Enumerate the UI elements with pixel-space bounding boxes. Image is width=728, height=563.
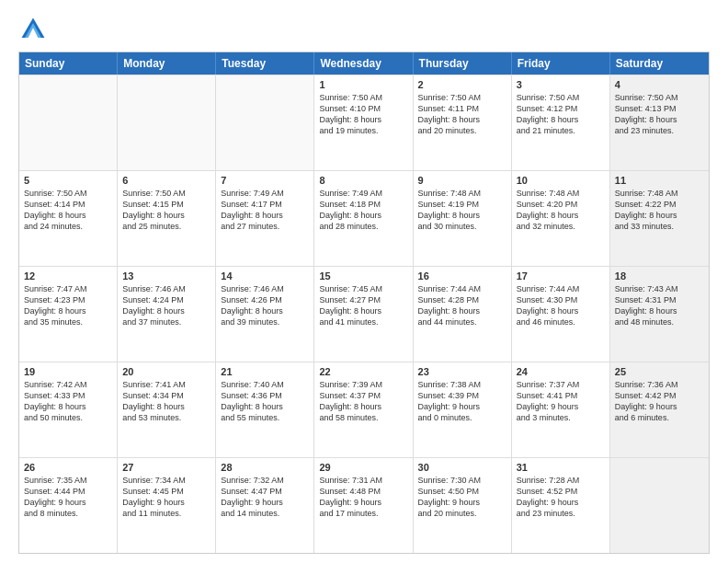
cell-info: Sunrise: 7:34 AM Sunset: 4:45 PM Dayligh… xyxy=(122,475,210,520)
cell-info: Sunrise: 7:30 AM Sunset: 4:50 PM Dayligh… xyxy=(418,475,506,520)
calendar-cell: 9Sunrise: 7:48 AM Sunset: 4:19 PM Daylig… xyxy=(414,171,512,266)
cell-info: Sunrise: 7:48 AM Sunset: 4:22 PM Dayligh… xyxy=(615,188,704,233)
day-number: 6 xyxy=(122,175,210,186)
cell-info: Sunrise: 7:47 AM Sunset: 4:23 PM Dayligh… xyxy=(24,283,112,328)
calendar: SundayMondayTuesdayWednesdayThursdayFrid… xyxy=(18,52,710,554)
cell-info: Sunrise: 7:48 AM Sunset: 4:20 PM Dayligh… xyxy=(517,188,605,233)
calendar-cell: 13Sunrise: 7:46 AM Sunset: 4:24 PM Dayli… xyxy=(118,267,216,362)
cell-info: Sunrise: 7:50 AM Sunset: 4:14 PM Dayligh… xyxy=(24,188,112,233)
day-number: 29 xyxy=(319,462,407,473)
calendar-cell: 11Sunrise: 7:48 AM Sunset: 4:22 PM Dayli… xyxy=(610,171,709,266)
day-number: 4 xyxy=(615,79,704,90)
cell-info: Sunrise: 7:45 AM Sunset: 4:27 PM Dayligh… xyxy=(319,283,407,328)
calendar-body: 1Sunrise: 7:50 AM Sunset: 4:10 PM Daylig… xyxy=(19,75,709,553)
calendar-cell: 18Sunrise: 7:43 AM Sunset: 4:31 PM Dayli… xyxy=(610,267,709,362)
calendar-cell: 25Sunrise: 7:36 AM Sunset: 4:42 PM Dayli… xyxy=(610,362,709,457)
calendar-cell: 19Sunrise: 7:42 AM Sunset: 4:33 PM Dayli… xyxy=(19,362,118,457)
day-number: 8 xyxy=(319,175,407,186)
calendar-cell: 14Sunrise: 7:46 AM Sunset: 4:26 PM Dayli… xyxy=(216,267,314,362)
calendar-cell: 3Sunrise: 7:50 AM Sunset: 4:12 PM Daylig… xyxy=(512,75,610,170)
cell-info: Sunrise: 7:35 AM Sunset: 4:44 PM Dayligh… xyxy=(24,475,112,520)
header-day-tuesday: Tuesday xyxy=(216,52,314,75)
cell-info: Sunrise: 7:50 AM Sunset: 4:10 PM Dayligh… xyxy=(319,92,407,137)
day-number: 21 xyxy=(221,366,309,377)
day-number: 10 xyxy=(517,175,605,186)
cell-info: Sunrise: 7:43 AM Sunset: 4:31 PM Dayligh… xyxy=(615,283,704,328)
cell-info: Sunrise: 7:48 AM Sunset: 4:19 PM Dayligh… xyxy=(418,188,506,233)
calendar-cell: 26Sunrise: 7:35 AM Sunset: 4:44 PM Dayli… xyxy=(19,458,118,553)
header xyxy=(18,15,710,44)
header-day-friday: Friday xyxy=(512,52,610,75)
day-number: 27 xyxy=(122,462,210,473)
cell-info: Sunrise: 7:44 AM Sunset: 4:30 PM Dayligh… xyxy=(517,283,605,328)
day-number: 16 xyxy=(418,270,506,282)
cell-info: Sunrise: 7:40 AM Sunset: 4:36 PM Dayligh… xyxy=(221,379,309,424)
calendar-row-1: 5Sunrise: 7:50 AM Sunset: 4:14 PM Daylig… xyxy=(19,170,709,266)
cell-info: Sunrise: 7:32 AM Sunset: 4:47 PM Dayligh… xyxy=(221,475,309,520)
cell-info: Sunrise: 7:44 AM Sunset: 4:28 PM Dayligh… xyxy=(418,283,506,328)
day-number: 12 xyxy=(24,270,112,282)
cell-info: Sunrise: 7:46 AM Sunset: 4:26 PM Dayligh… xyxy=(221,283,309,328)
header-day-wednesday: Wednesday xyxy=(314,52,413,75)
day-number: 14 xyxy=(221,270,309,282)
calendar-cell: 24Sunrise: 7:37 AM Sunset: 4:41 PM Dayli… xyxy=(512,362,610,457)
cell-info: Sunrise: 7:39 AM Sunset: 4:37 PM Dayligh… xyxy=(319,379,407,424)
day-number: 30 xyxy=(418,462,506,473)
calendar-row-4: 26Sunrise: 7:35 AM Sunset: 4:44 PM Dayli… xyxy=(19,457,709,553)
calendar-cell: 8Sunrise: 7:49 AM Sunset: 4:18 PM Daylig… xyxy=(314,171,413,266)
cell-info: Sunrise: 7:41 AM Sunset: 4:34 PM Dayligh… xyxy=(122,379,210,424)
day-number: 20 xyxy=(122,366,210,377)
calendar-cell: 28Sunrise: 7:32 AM Sunset: 4:47 PM Dayli… xyxy=(216,458,314,553)
logo-icon xyxy=(18,15,48,44)
calendar-cell: 6Sunrise: 7:50 AM Sunset: 4:15 PM Daylig… xyxy=(118,171,216,266)
day-number: 17 xyxy=(517,270,605,282)
day-number: 28 xyxy=(221,462,309,473)
day-number: 5 xyxy=(24,175,112,186)
cell-info: Sunrise: 7:50 AM Sunset: 4:11 PM Dayligh… xyxy=(418,92,506,137)
header-day-sunday: Sunday xyxy=(19,52,118,75)
day-number: 22 xyxy=(319,366,407,377)
cell-info: Sunrise: 7:50 AM Sunset: 4:13 PM Dayligh… xyxy=(615,92,704,137)
calendar-cell: 30Sunrise: 7:30 AM Sunset: 4:50 PM Dayli… xyxy=(414,458,512,553)
header-day-thursday: Thursday xyxy=(414,52,512,75)
header-day-saturday: Saturday xyxy=(610,52,709,75)
header-day-monday: Monday xyxy=(118,52,216,75)
day-number: 13 xyxy=(122,270,210,282)
calendar-cell: 1Sunrise: 7:50 AM Sunset: 4:10 PM Daylig… xyxy=(314,75,413,170)
day-number: 15 xyxy=(319,270,407,282)
calendar-cell: 17Sunrise: 7:44 AM Sunset: 4:30 PM Dayli… xyxy=(512,267,610,362)
cell-info: Sunrise: 7:31 AM Sunset: 4:48 PM Dayligh… xyxy=(319,475,407,520)
day-number: 2 xyxy=(418,79,506,90)
day-number: 19 xyxy=(24,366,112,377)
day-number: 18 xyxy=(615,270,704,282)
calendar-cell xyxy=(216,75,314,170)
calendar-header: SundayMondayTuesdayWednesdayThursdayFrid… xyxy=(19,52,709,75)
calendar-cell: 22Sunrise: 7:39 AM Sunset: 4:37 PM Dayli… xyxy=(314,362,413,457)
calendar-cell: 12Sunrise: 7:47 AM Sunset: 4:23 PM Dayli… xyxy=(19,267,118,362)
calendar-cell: 15Sunrise: 7:45 AM Sunset: 4:27 PM Dayli… xyxy=(314,267,413,362)
cell-info: Sunrise: 7:46 AM Sunset: 4:24 PM Dayligh… xyxy=(122,283,210,328)
day-number: 1 xyxy=(319,79,407,90)
calendar-row-3: 19Sunrise: 7:42 AM Sunset: 4:33 PM Dayli… xyxy=(19,362,709,457)
day-number: 26 xyxy=(24,462,112,473)
cell-info: Sunrise: 7:36 AM Sunset: 4:42 PM Dayligh… xyxy=(615,379,704,424)
day-number: 24 xyxy=(517,366,605,377)
calendar-cell: 23Sunrise: 7:38 AM Sunset: 4:39 PM Dayli… xyxy=(414,362,512,457)
calendar-cell: 5Sunrise: 7:50 AM Sunset: 4:14 PM Daylig… xyxy=(19,171,118,266)
calendar-cell: 4Sunrise: 7:50 AM Sunset: 4:13 PM Daylig… xyxy=(610,75,709,170)
cell-info: Sunrise: 7:42 AM Sunset: 4:33 PM Dayligh… xyxy=(24,379,112,424)
calendar-cell: 7Sunrise: 7:49 AM Sunset: 4:17 PM Daylig… xyxy=(216,171,314,266)
day-number: 7 xyxy=(221,175,309,186)
calendar-cell: 31Sunrise: 7:28 AM Sunset: 4:52 PM Dayli… xyxy=(512,458,610,553)
calendar-cell: 10Sunrise: 7:48 AM Sunset: 4:20 PM Dayli… xyxy=(512,171,610,266)
day-number: 11 xyxy=(615,175,704,186)
cell-info: Sunrise: 7:37 AM Sunset: 4:41 PM Dayligh… xyxy=(517,379,605,424)
calendar-cell: 27Sunrise: 7:34 AM Sunset: 4:45 PM Dayli… xyxy=(118,458,216,553)
calendar-cell: 16Sunrise: 7:44 AM Sunset: 4:28 PM Dayli… xyxy=(414,267,512,362)
day-number: 23 xyxy=(418,366,506,377)
calendar-row-2: 12Sunrise: 7:47 AM Sunset: 4:23 PM Dayli… xyxy=(19,266,709,362)
day-number: 9 xyxy=(418,175,506,186)
cell-info: Sunrise: 7:49 AM Sunset: 4:18 PM Dayligh… xyxy=(319,188,407,233)
cell-info: Sunrise: 7:38 AM Sunset: 4:39 PM Dayligh… xyxy=(418,379,506,424)
calendar-cell xyxy=(118,75,216,170)
